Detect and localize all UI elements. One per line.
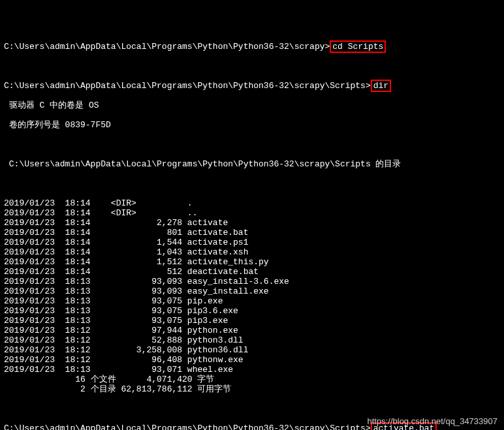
file-row: 2019/01/23 18:14 2,278 activate bbox=[4, 218, 500, 228]
file-row: 2019/01/23 18:13 93,075 pip3.6.exe bbox=[4, 306, 500, 316]
blank bbox=[4, 61, 500, 71]
file-row: 2019/01/23 18:14 1,544 activate.ps1 bbox=[4, 238, 500, 247]
file-row: 2019/01/23 18:13 93,071 wheel.exe bbox=[4, 365, 500, 375]
prompt-path: C:\Users\admin\AppData\Local\Programs\Py… bbox=[4, 42, 324, 52]
file-row: 2019/01/23 18:14 801 activate.bat bbox=[4, 228, 500, 238]
file-row: 2019/01/23 18:14 <DIR> .. bbox=[4, 208, 500, 218]
file-row: 2 个目录 62,813,786,112 可用字节 bbox=[4, 384, 500, 394]
cmd-dir: dir bbox=[371, 80, 391, 92]
file-row: 2019/01/23 18:14 1,512 activate_this.py bbox=[4, 257, 500, 267]
volume-line-1: 驱动器 C 中的卷是 OS bbox=[4, 100, 500, 110]
file-row: 2019/01/23 18:14 512 deactivate.bat bbox=[4, 267, 500, 277]
file-row: 2019/01/23 18:13 93,093 easy_install-3.6… bbox=[4, 277, 500, 286]
watermark: https://blog.csdn.net/qq_34733907 bbox=[368, 416, 498, 426]
prompt-line-1[interactable]: C:\Users\admin\AppData\Local\Programs\Py… bbox=[4, 42, 500, 52]
dir-header: C:\Users\admin\AppData\Local\Programs\Py… bbox=[4, 159, 500, 169]
file-row: 2019/01/23 18:12 96,408 pythonw.exe bbox=[4, 355, 500, 365]
cmd-cd-scripts: cd Scripts bbox=[330, 40, 386, 53]
file-row: 2019/01/23 18:13 93,075 pip3.exe bbox=[4, 316, 500, 326]
file-row: 2019/01/23 18:13 93,075 pip.exe bbox=[4, 296, 500, 306]
blank bbox=[4, 404, 500, 414]
blank bbox=[4, 140, 500, 149]
volume-line-2: 卷的序列号是 0839-7F5D bbox=[4, 120, 500, 130]
blank bbox=[4, 179, 500, 189]
file-row: 2019/01/23 18:13 93,093 easy_install.exe bbox=[4, 286, 500, 296]
file-row: 2019/01/23 18:12 52,888 python3.dll bbox=[4, 335, 500, 345]
file-row: 2019/01/23 18:14 <DIR> . bbox=[4, 198, 500, 208]
file-row: 16 个文件 4,071,420 字节 bbox=[4, 375, 500, 384]
directory-listing: 2019/01/23 18:14 <DIR> .2019/01/23 18:14… bbox=[4, 198, 500, 394]
file-row: 2019/01/23 18:12 3,258,008 python36.dll bbox=[4, 345, 500, 355]
file-row: 2019/01/23 18:14 1,043 activate.xsh bbox=[4, 247, 500, 257]
scripts-path: C:\Users\admin\AppData\Local\Programs\Py… bbox=[4, 423, 366, 430]
prompt-line-2[interactable]: C:\Users\admin\AppData\Local\Programs\Py… bbox=[4, 81, 500, 91]
file-row: 2019/01/23 18:12 97,944 python.exe bbox=[4, 326, 500, 335]
scripts-path: C:\Users\admin\AppData\Local\Programs\Py… bbox=[4, 81, 366, 91]
